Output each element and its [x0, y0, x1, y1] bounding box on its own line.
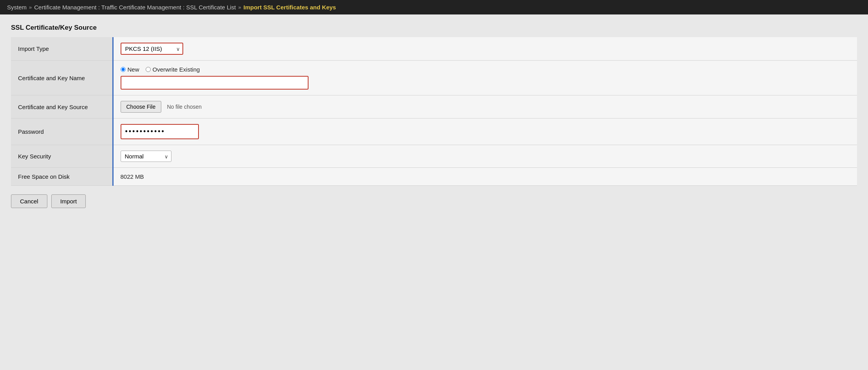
password-row: Password	[11, 119, 857, 145]
form-table: Import Type Regular PKCS 12 (IIS) PKCS 7…	[11, 37, 857, 186]
import-type-row: Import Type Regular PKCS 12 (IIS) PKCS 7	[11, 37, 857, 61]
radio-overwrite-label[interactable]: Overwrite Existing	[146, 66, 200, 73]
free-space-label: Free Space on Disk	[11, 168, 113, 186]
section-title: SSL Certificate/Key Source	[11, 24, 857, 32]
free-space-value-cell: 8022 MB	[113, 168, 857, 186]
breadcrumb-arrow1: »	[29, 4, 32, 10]
cert-key-source-label: Certificate and Key Source	[11, 95, 113, 119]
cert-key-source-value-cell: Choose File No file chosen	[113, 95, 857, 119]
import-type-select-wrapper[interactable]: Regular PKCS 12 (IIS) PKCS 7	[121, 43, 183, 55]
breadcrumb-arrow2: »	[238, 4, 241, 10]
radio-overwrite[interactable]	[146, 67, 151, 72]
key-security-select-wrapper[interactable]: Normal High	[121, 151, 171, 162]
radio-new[interactable]	[121, 67, 126, 72]
import-type-select[interactable]: Regular PKCS 12 (IIS) PKCS 7	[121, 43, 183, 55]
breadcrumb-active: Import SSL Certificates and Keys	[244, 4, 336, 11]
key-security-value-cell: Normal High	[113, 145, 857, 168]
footer-buttons: Cancel Import	[11, 194, 857, 208]
cert-key-source-row: Certificate and Key Source Choose File N…	[11, 95, 857, 119]
cert-key-name-row: Certificate and Key Name New Overwrite E…	[11, 61, 857, 95]
password-input[interactable]	[121, 124, 199, 139]
cancel-button[interactable]: Cancel	[11, 194, 47, 208]
cert-key-name-label: Certificate and Key Name	[11, 61, 113, 95]
cert-key-name-value-cell: New Overwrite Existing Contoso_SAML_Cert	[113, 61, 857, 95]
key-security-select[interactable]: Normal High	[121, 151, 171, 162]
import-button[interactable]: Import	[51, 194, 86, 208]
breadcrumb-system: System	[7, 4, 27, 11]
radio-new-label[interactable]: New	[121, 66, 139, 73]
import-type-value-cell: Regular PKCS 12 (IIS) PKCS 7	[113, 37, 857, 61]
choose-file-button[interactable]: Choose File	[121, 101, 162, 113]
radio-overwrite-text: Overwrite Existing	[153, 66, 200, 73]
import-type-label: Import Type	[11, 37, 113, 61]
main-content: SSL Certificate/Key Source Import Type R…	[0, 14, 868, 216]
breadcrumb-cert-management: Certificate Management : Traffic Certifi…	[34, 4, 236, 11]
password-label: Password	[11, 119, 113, 145]
radio-group: New Overwrite Existing	[121, 66, 850, 73]
cert-name-input[interactable]: Contoso_SAML_Cert	[121, 76, 309, 90]
no-file-text: No file chosen	[167, 104, 202, 110]
free-space-value: 8022 MB	[121, 173, 144, 180]
key-security-row: Key Security Normal High	[11, 145, 857, 168]
key-security-label: Key Security	[11, 145, 113, 168]
password-value-cell	[113, 119, 857, 145]
radio-new-text: New	[128, 66, 139, 73]
breadcrumb: System » Certificate Management : Traffi…	[0, 0, 868, 14]
free-space-row: Free Space on Disk 8022 MB	[11, 168, 857, 186]
